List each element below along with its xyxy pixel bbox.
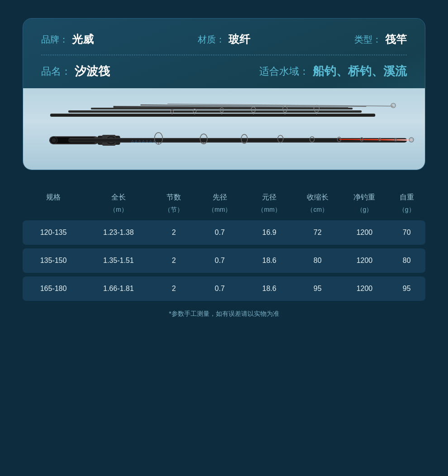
- table-header-row: 规格 全长 节数 先径 元径 收缩长 净钓重 自重: [23, 188, 425, 205]
- unit-5: （cm）: [294, 205, 341, 220]
- cell-0-1: 1.23-1.38: [84, 220, 153, 245]
- table-row: 165-1801.66-1.8120.718.695120095: [23, 276, 425, 301]
- cell-1-4: 18.6: [244, 248, 294, 273]
- cell-2-7: 95: [388, 276, 425, 301]
- type-value: 筏竿: [385, 32, 407, 47]
- cell-1-2: 2: [153, 248, 195, 273]
- rod-svg: △△△△△△△: [23, 88, 425, 170]
- unit-2: （节）: [153, 205, 195, 220]
- water-field: 适合水域： 船钓、桥钓、溪流: [259, 63, 407, 79]
- col-header-2: 节数: [153, 188, 195, 205]
- unit-4: （mm）: [244, 205, 294, 220]
- name-label: 品名：: [41, 65, 71, 78]
- col-header-1: 全长: [84, 188, 153, 205]
- cell-2-5: 95: [294, 276, 341, 301]
- specs-section: 规格 全长 节数 先径 元径 收缩长 净钓重 自重 （m） （节） （mm） （…: [23, 188, 425, 318]
- water-label: 适合水域：: [259, 65, 309, 78]
- brand-field: 品牌： 光威: [41, 32, 94, 47]
- rod-image-area: △△△△△△△: [23, 88, 425, 170]
- unit-1: （m）: [84, 205, 153, 220]
- svg-text:△△△△△△△: △△△△△△△: [131, 139, 157, 143]
- product-info-card: 品牌： 光威 材质： 玻纤 类型： 筏竿 品名： 汐波筏 适合水域： 船钓、桥钓: [23, 18, 425, 170]
- svg-point-7: [392, 104, 395, 107]
- svg-rect-0: [50, 114, 375, 117]
- page-wrapper: 品牌： 光威 材质： 玻纤 类型： 筏竿 品名： 汐波筏 适合水域： 船钓、桥钓: [23, 18, 425, 318]
- cell-2-0: 165-180: [23, 276, 84, 301]
- svg-rect-26: [68, 138, 407, 143]
- svg-rect-1: [68, 110, 362, 113]
- cell-1-7: 80: [388, 248, 425, 273]
- material-value: 玻纤: [229, 32, 250, 47]
- name-value: 汐波筏: [75, 63, 110, 79]
- unit-3: （mm）: [195, 205, 244, 220]
- footnote: *参数手工测量，如有误差请以实物为准: [23, 310, 425, 318]
- cell-0-0: 120-135: [23, 220, 84, 245]
- cell-2-2: 2: [153, 276, 195, 301]
- cell-1-6: 1200: [341, 248, 388, 273]
- cell-0-2: 2: [153, 220, 195, 245]
- water-value: 船钓、桥钓、溪流: [313, 63, 407, 79]
- cell-1-0: 135-150: [23, 248, 84, 273]
- col-header-3: 先径: [195, 188, 244, 205]
- cell-1-5: 80: [294, 248, 341, 273]
- brand-value: 光威: [72, 32, 94, 47]
- svg-point-45: [52, 138, 56, 143]
- cell-2-3: 0.7: [195, 276, 244, 301]
- col-header-7: 自重: [388, 188, 425, 205]
- cell-0-5: 72: [294, 220, 341, 245]
- col-header-0: 规格: [23, 188, 84, 205]
- col-header-5: 收缩长: [294, 188, 341, 205]
- cell-2-6: 1200: [341, 276, 388, 301]
- cell-1-3: 0.7: [195, 248, 244, 273]
- unit-7: （g）: [388, 205, 425, 220]
- unit-6: （g）: [341, 205, 388, 220]
- unit-0: [23, 205, 84, 220]
- table-row: 135-1501.35-1.5120.718.680120080: [23, 248, 425, 273]
- type-field: 类型： 筏竿: [354, 32, 407, 47]
- type-label: 类型：: [354, 33, 381, 46]
- col-header-6: 净钓重: [341, 188, 388, 205]
- cell-0-6: 1200: [341, 220, 388, 245]
- cell-0-7: 70: [388, 220, 425, 245]
- material-label: 材质：: [198, 33, 225, 46]
- cell-1-1: 1.35-1.51: [84, 248, 153, 273]
- info-bottom-row: 品名： 汐波筏 适合水域： 船钓、桥钓、溪流: [41, 55, 407, 79]
- info-top-row: 品牌： 光威 材质： 玻纤 类型： 筏竿: [41, 32, 407, 55]
- cell-2-4: 18.6: [244, 276, 294, 301]
- col-header-4: 元径: [244, 188, 294, 205]
- table-unit-row: （m） （节） （mm） （mm） （cm） （g） （g）: [23, 205, 425, 220]
- name-field: 品名： 汐波筏: [41, 63, 110, 79]
- table-row: 120-1351.23-1.3820.716.972120070: [23, 220, 425, 245]
- cell-2-1: 1.66-1.81: [84, 276, 153, 301]
- material-field: 材质： 玻纤: [198, 32, 250, 47]
- brand-label: 品牌：: [41, 33, 68, 46]
- cell-0-3: 0.7: [195, 220, 244, 245]
- specs-table: 规格 全长 节数 先径 元径 收缩长 净钓重 自重 （m） （节） （mm） （…: [23, 188, 425, 301]
- cell-0-4: 16.9: [244, 220, 294, 245]
